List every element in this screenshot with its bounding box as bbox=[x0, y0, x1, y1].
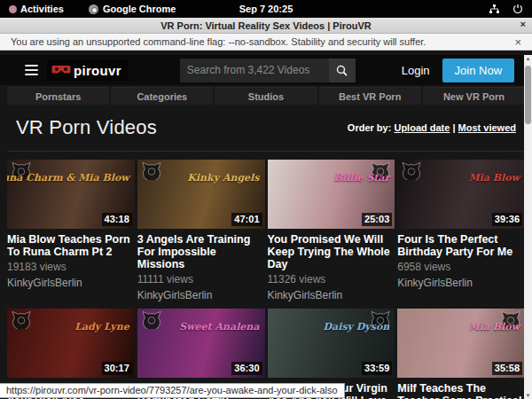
video-views: 19183 views bbox=[7, 261, 135, 273]
site-header: pirouvr Login Join Now bbox=[0, 55, 532, 85]
power-icon[interactable] bbox=[512, 4, 523, 14]
thumbnail-overlay-text: Sweet Analena bbox=[179, 321, 259, 332]
browser-viewport: pirouvr Login Join Now PornstarsCategori… bbox=[0, 51, 532, 399]
video-title-link[interactable]: Mia Blow Teaches Porn To Runa Charm Pt 2 bbox=[7, 233, 135, 258]
vr-goggles-icon bbox=[51, 65, 71, 76]
duration-badge: 43:18 bbox=[102, 213, 132, 226]
nav-tab-label: Best VR Porn bbox=[339, 91, 401, 102]
video-card[interactable]: Kinky Angels 47:01 3 Angels Are Training… bbox=[137, 160, 265, 301]
status-bar-url: https://pirouvr.com/vr-porn-video/779325… bbox=[0, 383, 345, 398]
search-icon bbox=[336, 65, 348, 76]
nav-tab-label: Pornstars bbox=[35, 91, 81, 102]
nav-tab[interactable]: Pornstars bbox=[7, 87, 109, 105]
video-thumbnail[interactable]: Lady Lyne 30:17 bbox=[7, 309, 135, 378]
duration-badge: 47:01 bbox=[231, 213, 262, 226]
video-thumbnail[interactable]: Runa Charm & Mia Blow 43:18 bbox=[7, 160, 135, 229]
video-channel-link[interactable]: KinkyGirlsBerlin bbox=[397, 277, 525, 289]
scroll-up-icon[interactable]: ▲ bbox=[526, 55, 531, 62]
cat-logo-icon bbox=[11, 310, 32, 329]
site-logo[interactable]: pirouvr bbox=[47, 60, 129, 81]
unsupported-flag-warning: You are using an unsupported command-lin… bbox=[0, 34, 532, 51]
login-link[interactable]: Login bbox=[402, 64, 430, 77]
video-views: 11111 views bbox=[137, 273, 265, 286]
duration-badge: 30:17 bbox=[102, 362, 132, 375]
duration-badge: 36:30 bbox=[231, 362, 262, 375]
clock[interactable]: Sep 7 20:25 bbox=[0, 4, 532, 14]
nav-tab[interactable]: Best VR Porn bbox=[319, 87, 421, 105]
cat-logo-icon bbox=[401, 161, 422, 180]
video-title-link[interactable]: You Promised We Will Keep Trying The Who… bbox=[268, 233, 395, 270]
window-close-icon[interactable]: × bbox=[520, 19, 526, 29]
duration-badge: 39:36 bbox=[492, 213, 522, 226]
duration-badge: 25:03 bbox=[362, 213, 392, 226]
nav-tab-label: New VR Porn bbox=[443, 91, 505, 102]
duration-badge: 33:59 bbox=[362, 362, 392, 375]
video-card[interactable]: Mia Blow 39:36 Four Is The Perfect Birth… bbox=[397, 160, 525, 301]
nav-tab[interactable]: New VR Porn bbox=[423, 87, 525, 105]
nav-tab[interactable]: Categories bbox=[111, 87, 213, 105]
thumbnail-overlay-text: Lady Lyne bbox=[74, 321, 129, 332]
thumbnail-overlay-text: Mia Blow bbox=[468, 172, 520, 184]
video-thumbnail[interactable]: Sweet Analena 36:30 bbox=[137, 309, 265, 378]
order-upload-date-link[interactable]: Upload date bbox=[394, 122, 450, 133]
thumbnail-overlay-text: Kinky Angels bbox=[187, 172, 259, 184]
video-views: 11326 views bbox=[268, 273, 395, 286]
nav-bar: PornstarsCategoriesStudiosBest VR PornNe… bbox=[0, 85, 532, 105]
thumbnail-overlay-text: Billie Star bbox=[333, 172, 389, 184]
search-input[interactable] bbox=[180, 59, 329, 82]
hamburger-menu-icon[interactable] bbox=[25, 65, 38, 75]
cat-logo-icon bbox=[141, 161, 162, 180]
video-channel-link[interactable]: KinkyGirlsBerlin bbox=[7, 277, 135, 289]
page-heading-row: VR Porn Videos Order by: Upload date | M… bbox=[7, 105, 525, 152]
warning-close-icon[interactable]: × bbox=[514, 35, 521, 49]
thumbnail-overlay-text: Daisy Dyson bbox=[324, 321, 390, 332]
thumbnail-overlay-text: Mia Blow bbox=[468, 321, 520, 332]
network-icon[interactable] bbox=[489, 4, 500, 14]
search-button[interactable] bbox=[329, 59, 356, 82]
video-views: 6958 views bbox=[397, 261, 525, 273]
video-title-link[interactable]: 3 Angels Are Training For Impossible Mis… bbox=[137, 233, 265, 270]
video-title-link[interactable]: Milf Teaches The Teacher Some Practical … bbox=[397, 382, 525, 399]
warning-message: You are using an unsupported command-lin… bbox=[11, 36, 426, 47]
thumbnail-overlay-text: Runa Charm & Mia Blow bbox=[7, 172, 129, 184]
video-thumbnail[interactable]: Mia Blow 35:58 bbox=[397, 309, 525, 378]
video-channel-link[interactable]: KinkyGirlsBerlin bbox=[268, 289, 395, 301]
scrollbar[interactable]: ▲ ▼ bbox=[524, 55, 532, 399]
nav-tab-label: Studios bbox=[248, 91, 284, 102]
order-separator: | bbox=[452, 122, 455, 133]
video-card[interactable]: Runa Charm & Mia Blow 43:18 Mia Blow Tea… bbox=[7, 160, 135, 301]
nav-tab-label: Categories bbox=[137, 91, 187, 102]
order-most-viewed-link[interactable]: Most viewed bbox=[458, 122, 516, 133]
video-grid: Runa Charm & Mia Blow 43:18 Mia Blow Tea… bbox=[7, 160, 525, 399]
video-thumbnail[interactable]: Billie Star 25:03 bbox=[268, 160, 395, 229]
cat-logo-icon bbox=[141, 310, 162, 329]
nav-tab[interactable]: Studios bbox=[215, 87, 317, 105]
system-top-bar: Activities Google Chrome Sep 7 20:25 bbox=[0, 0, 532, 18]
join-now-button[interactable]: Join Now bbox=[442, 59, 514, 82]
scrollbar-thumb[interactable] bbox=[525, 66, 531, 124]
video-thumbnail[interactable]: Daisy Dyson 33:59 bbox=[268, 309, 395, 378]
order-by-label: Order by: bbox=[348, 122, 392, 133]
order-by-controls: Order by: Upload date | Most viewed bbox=[348, 122, 516, 133]
duration-badge: 35:58 bbox=[492, 362, 522, 375]
video-card[interactable]: Billie Star 25:03 You Promised We Will K… bbox=[268, 160, 395, 301]
video-thumbnail[interactable]: Kinky Angels 47:01 bbox=[137, 160, 265, 229]
video-card[interactable]: Mia Blow 35:58 Milf Teaches The Teacher … bbox=[397, 309, 525, 399]
page-title: VR Porn Videos bbox=[16, 116, 157, 139]
site-logo-text: pirouvr bbox=[74, 63, 121, 78]
video-thumbnail[interactable]: Mia Blow 39:36 bbox=[397, 160, 525, 229]
window-title: VR Porn: Virtual Reality Sex Videos | Pi… bbox=[160, 20, 371, 31]
window-titlebar[interactable]: VR Porn: Virtual Reality Sex Videos | Pi… bbox=[0, 18, 532, 34]
scroll-down-icon[interactable]: ▼ bbox=[526, 392, 531, 399]
video-channel-link[interactable]: KinkyGirlsBerlin bbox=[137, 289, 265, 301]
video-title-link[interactable]: Four Is The Perfect Birthday Party For M… bbox=[397, 233, 525, 258]
